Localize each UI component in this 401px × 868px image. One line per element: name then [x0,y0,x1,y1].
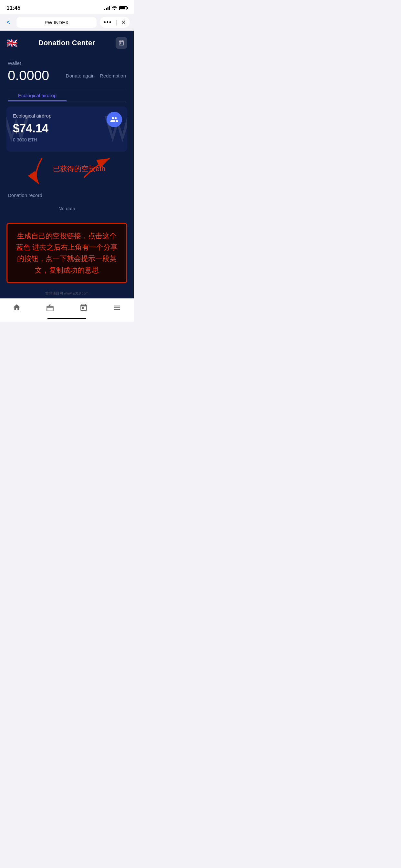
nav-item-menu[interactable] [106,302,127,314]
app-container: 🇬🇧 Donation Center Wallet 0.0000 Donate … [0,31,134,299]
bottom-nav [0,299,134,321]
url-bar: PW INDEX [17,17,97,28]
wallet-label: Wallet [8,60,126,66]
nav-indicator [48,318,86,319]
nav-item-briefcase[interactable] [39,302,61,314]
wallet-amount-row: 0.0000 Donate again Redemption [8,68,126,83]
wallet-actions: Donate again Redemption [66,73,126,79]
donate-again-button[interactable]: Donate again [66,73,95,79]
signal-icon [104,6,110,10]
browser-toolbar: < PW INDEX ••• | ✕ [0,14,134,31]
briefcase-icon [46,304,54,313]
wallet-amount: 0.0000 [8,68,49,83]
donation-record-section: Donation record No data [0,187,134,218]
app-header: 🇬🇧 Donation Center [0,31,134,54]
nav-item-calendar[interactable] [73,302,94,314]
nav-item-home[interactable] [6,302,27,315]
menu-icon [113,304,121,313]
status-time: 11:45 [6,5,20,11]
tab-second[interactable] [67,88,126,101]
status-bar: 11:45 [0,0,134,14]
dots-button[interactable]: ••• [104,19,112,26]
toolbar-actions: ••• | ✕ [100,17,130,28]
tab-ecological-airdrop[interactable]: Ecological airdrop [8,88,67,101]
divider: | [116,19,117,26]
annotation-box-text: 生成自己的空投链接，点击这个蓝色 进去之后右上角有一个分享的按钮，点一下就会提示… [15,230,119,276]
airdrop-share-button[interactable] [106,112,122,127]
back-button[interactable]: < [4,17,13,28]
status-icons [104,5,127,11]
language-flag[interactable]: 🇬🇧 [6,38,18,49]
wallet-section: Wallet 0.0000 Donate again Redemption [0,54,134,88]
donation-record-label: Donation record [8,192,126,198]
home-icon [12,303,21,314]
obtained-label: 已获得的空投eth [45,161,113,176]
url-title: PW INDEX [44,20,68,25]
battery-icon [119,6,127,10]
calendar-nav-icon [80,304,88,313]
annotation-box: 生成自己的空投链接，点击这个蓝色 进去之后右上角有一个分享的按钮，点一下就会提示… [6,223,127,283]
no-data-text: No data [8,202,126,218]
calendar-button[interactable] [116,37,127,49]
tabs-row: Ecological airdrop [0,88,134,101]
svg-marker-0 [6,116,29,142]
redemption-button[interactable]: Redemption [100,73,126,79]
wifi-icon [112,5,117,11]
annotation-arrows: 已获得的空投eth [6,152,127,187]
close-button[interactable]: ✕ [121,19,126,26]
watermark: 首码项目网 www.E318.com [0,288,134,299]
airdrop-card-wrapper: Ecological airdrop $74.14 0.3000 ETH [0,101,134,152]
airdrop-card: Ecological airdrop $74.14 0.3000 ETH [6,106,127,152]
page-title: Donation Center [38,39,95,47]
